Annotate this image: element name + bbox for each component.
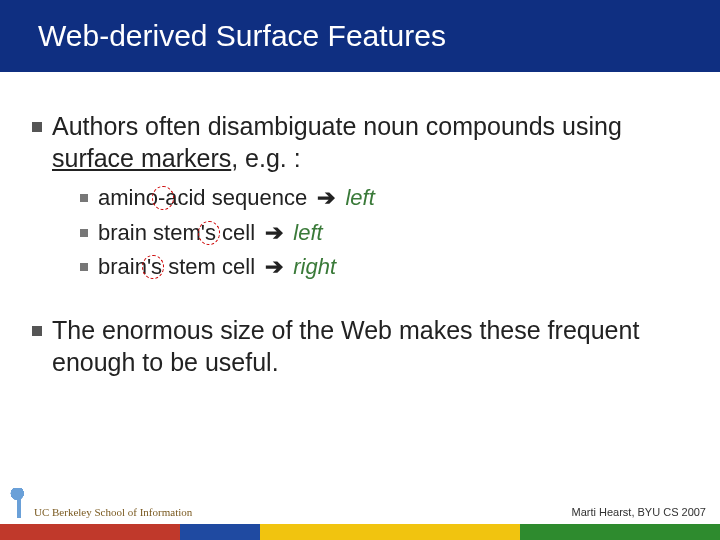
bullet-1-part-c: , e.g. : [231, 144, 300, 172]
stripe-blue [180, 524, 260, 540]
bullet-2: The enormous size of the Web makes these… [32, 314, 692, 378]
sub-bullet-1-text: amino-acid sequence ➔ left [98, 184, 375, 213]
direction-label: right [293, 254, 336, 279]
logo: UC Berkeley School of Information [10, 488, 192, 518]
sub-bullet-2-text: brain stem's cell ➔ left [98, 219, 323, 248]
bullet-icon [80, 229, 88, 237]
bullet-icon [32, 326, 42, 336]
sub-bullet-3-text: brain's stem cell ➔ right [98, 253, 336, 282]
bullet-icon [80, 194, 88, 202]
direction-label: left [345, 185, 374, 210]
footer-stripes [0, 524, 720, 540]
sub-bullet-1: amino-acid sequence ➔ left [80, 184, 692, 213]
stripe-red [0, 524, 180, 540]
arrow-icon: ➔ [265, 220, 283, 245]
phrase: amino-acid sequence [98, 185, 307, 210]
attribution: Marti Hearst, BYU CS 2007 [572, 506, 707, 518]
bullet-1-text: Authors often disambiguate noun compound… [52, 110, 692, 174]
slide-title: Web-derived Surface Features [0, 19, 446, 53]
stripe-yellow [260, 524, 520, 540]
bullet-1: Authors often disambiguate noun compound… [32, 110, 692, 174]
slide: Web-derived Surface Features Authors oft… [0, 0, 720, 540]
bullet-1-part-a: Authors often disambiguate noun compound… [52, 112, 622, 140]
sub-bullets: amino-acid sequence ➔ left brain stem's … [80, 184, 692, 282]
footer: UC Berkeley School of Information Marti … [0, 524, 720, 540]
logo-icon [10, 488, 28, 518]
bullet-1-underlined: surface markers [52, 144, 231, 172]
arrow-icon: ➔ [317, 185, 335, 210]
sub-bullet-3: brain's stem cell ➔ right [80, 253, 692, 282]
title-bar: Web-derived Surface Features [0, 0, 720, 72]
sub-bullet-2: brain stem's cell ➔ left [80, 219, 692, 248]
bullet-icon [32, 122, 42, 132]
logo-text: UC Berkeley School of Information [34, 506, 192, 518]
direction-label: left [293, 220, 322, 245]
bullet-2-text: The enormous size of the Web makes these… [52, 314, 692, 378]
phrase: brain stem's cell [98, 220, 255, 245]
stripe-green [520, 524, 720, 540]
bullet-icon [80, 263, 88, 271]
phrase: brain's stem cell [98, 254, 255, 279]
arrow-icon: ➔ [265, 254, 283, 279]
slide-body: Authors often disambiguate noun compound… [32, 110, 692, 386]
